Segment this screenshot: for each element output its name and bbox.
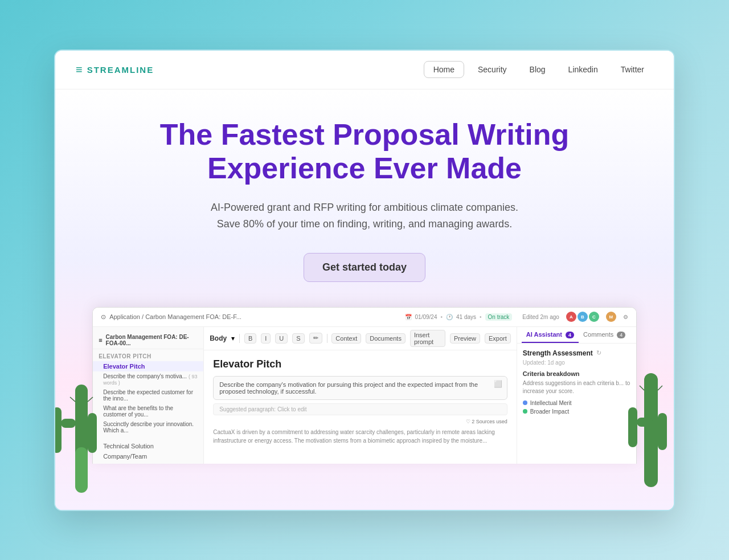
app-bar: ⊙ Application / Carbon Management FOA: D…	[93, 308, 636, 327]
breadcrumb: Application / Carbon Management FOA: DE-…	[109, 313, 241, 320]
bold-button[interactable]: B	[244, 333, 256, 344]
comments-badge: 4	[617, 332, 625, 338]
editor-section-title: Elevator Pitch	[213, 358, 507, 370]
app-days: 41 days	[456, 314, 476, 320]
preview-button[interactable]: Preview	[450, 333, 480, 344]
criteria-item-intellectual: Intellectual Merit	[523, 400, 630, 406]
body-label: Body	[210, 334, 227, 342]
clock-icon: 🕐	[446, 314, 453, 320]
nav-link-twitter[interactable]: Twitter	[612, 62, 653, 77]
refresh-icon[interactable]: ↻	[596, 349, 601, 357]
expand-icon[interactable]: ⬜	[494, 380, 502, 388]
svg-line-6	[70, 397, 75, 402]
italic-button[interactable]: I	[261, 333, 271, 344]
criteria-desc: Address suggestions in each criteria b..…	[523, 379, 630, 395]
app-edited: Edited 2m ago	[522, 314, 559, 320]
cactus-left-icon	[55, 362, 118, 510]
svg-rect-9	[628, 407, 637, 447]
avatar-main: M	[606, 312, 616, 322]
status-badge: On track	[485, 313, 513, 321]
strength-title: Strength Assessment	[523, 349, 593, 357]
svg-line-13	[640, 386, 644, 390]
insert-prompt-button[interactable]: Insert prompt	[410, 330, 445, 347]
app-bar-right: 📅 01/09/24 • 🕐 41 days • On track Edited…	[405, 312, 628, 322]
body-dropdown-icon[interactable]: ▾	[231, 334, 235, 342]
ai-assistant-badge: 4	[566, 332, 574, 338]
navbar: ≡ STREAMLINE Home Security Blog Linkedin…	[55, 51, 674, 89]
logo-text: STREAMLINE	[87, 65, 154, 75]
svg-rect-1	[75, 447, 88, 493]
nav-link-home[interactable]: Home	[424, 61, 464, 78]
browser-window: ≡ STREAMLINE Home Security Blog Linkedin…	[54, 50, 675, 511]
criteria-label-broader: Broader Impact	[530, 408, 569, 415]
underline-button[interactable]: U	[275, 333, 288, 344]
criteria-dot-blue	[523, 400, 527, 405]
hero-title: The Fastest Proposal Writing Experience …	[148, 118, 581, 186]
strength-updated: Updated: 1d ago	[523, 359, 630, 366]
svg-rect-12	[644, 422, 667, 431]
criteria-dot-green	[523, 409, 527, 414]
nav-link-linkedin[interactable]: Linkedin	[559, 62, 607, 77]
svg-rect-4	[88, 413, 97, 453]
settings-icon[interactable]: ⚙	[623, 314, 628, 320]
criteria-label-intellectual: Intellectual Merit	[530, 400, 572, 406]
strikethrough-button[interactable]: S	[292, 333, 304, 344]
right-panel-body: Strength Assessment ↻ Updated: 1d ago Cr…	[517, 344, 636, 423]
app-content: ≡ Carbon Management FOA: DE-FOA-00... El…	[93, 327, 636, 464]
avatar-2: B	[578, 312, 588, 322]
svg-line-7	[88, 397, 93, 402]
tab-comments[interactable]: Comments 4	[579, 327, 630, 343]
hero-subtitle: AI-Powered grant and RFP writing for amb…	[211, 199, 518, 232]
edit-button[interactable]: ✏	[309, 333, 322, 344]
app-date: 01/09/24	[415, 314, 437, 320]
sidebar-section-header: Elevator Pitch	[93, 351, 203, 361]
svg-rect-3	[61, 419, 76, 428]
app-bar-left: ⊙ Application / Carbon Management FOA: D…	[101, 313, 241, 321]
documents-button[interactable]: Documents	[366, 333, 406, 344]
editor-toolbar: Body ▾ B I U S ✏ Context Documents Inser…	[204, 327, 517, 350]
app-right-panel: AI Assistant 4 Comments 4 Strength Asses…	[517, 327, 636, 464]
nav-link-blog[interactable]: Blog	[521, 62, 555, 77]
nav-links: Home Security Blog Linkedin Twitter	[424, 61, 653, 78]
nav-link-security[interactable]: Security	[469, 62, 516, 77]
field-prompt-text: Describe the company's motivation for pu…	[219, 381, 478, 395]
tab-ai-assistant[interactable]: AI Assistant 4	[522, 327, 579, 343]
hero-section: The Fastest Proposal Writing Experience …	[55, 89, 674, 510]
app-screenshot: ⊙ Application / Carbon Management FOA: D…	[92, 307, 637, 464]
logo-area: ≡ STREAMLINE	[76, 63, 154, 76]
calendar-icon: 📅	[405, 314, 412, 320]
svg-rect-2	[55, 407, 62, 453]
app-editor: Body ▾ B I U S ✏ Context Documents Inser…	[204, 327, 517, 464]
cactus-right-icon	[622, 356, 674, 510]
sidebar-menu-icon: ≡	[99, 337, 102, 344]
avatar-1: A	[566, 312, 576, 322]
svg-rect-5	[75, 422, 97, 431]
cta-button[interactable]: Get started today	[304, 253, 425, 282]
svg-line-14	[658, 386, 662, 390]
sidebar-toolbar: ≡ Carbon Management FOA: DE-FOA-00...	[93, 332, 203, 349]
editor-field-box[interactable]: Describe the company's motivation for pu…	[213, 376, 507, 400]
criteria-title: Criteria breakdown	[523, 370, 630, 377]
editor-body: Elevator Pitch Describe the company's mo…	[204, 350, 517, 464]
svg-rect-11	[658, 413, 667, 450]
right-panel-tabs: AI Assistant 4 Comments 4	[517, 327, 636, 344]
preview-text: CactuaX is driven by a commitment to add…	[213, 428, 507, 445]
context-button[interactable]: Context	[331, 333, 361, 344]
logo-icon: ≡	[76, 63, 83, 76]
suggested-paragraph[interactable]: Suggested paragraph: Click to edit	[213, 403, 507, 415]
sidebar-doc-title: Carbon Management FOA: DE-FOA-00...	[106, 334, 198, 346]
export-button[interactable]: Export	[485, 333, 511, 344]
app-icon: ⊙	[101, 313, 106, 321]
avatar-3: C	[589, 312, 599, 322]
sources-tag: ♡ 2 Sources used	[213, 419, 507, 424]
criteria-item-broader: Broader Impact	[523, 408, 630, 415]
strength-row: Strength Assessment ↻	[523, 349, 630, 357]
